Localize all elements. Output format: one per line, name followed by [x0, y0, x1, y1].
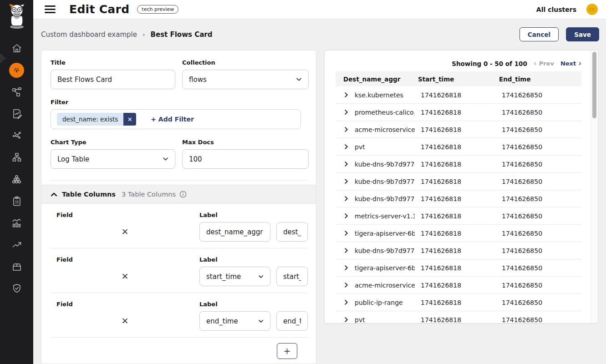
row-start: 1741626818 — [418, 161, 499, 168]
save-button[interactable]: Save — [566, 27, 599, 41]
table-row[interactable]: metrics-server-v1.3… 1741626818 17416268… — [336, 207, 581, 225]
filter-chip-text: dest_name: exists — [57, 113, 123, 126]
next-button[interactable]: Next› — [560, 60, 581, 67]
label-input[interactable] — [276, 311, 308, 331]
table-row[interactable]: public-ip-range 1741626818 1741626850 — [336, 294, 581, 311]
table-row[interactable]: tigera-apiserver-6b… 1741626818 17416268… — [336, 259, 581, 277]
table-columns-count: 3 Table Columns — [122, 191, 176, 198]
avatar[interactable]: cc — [586, 4, 598, 15]
add-filter-button[interactable]: + Add Filter — [151, 116, 194, 123]
bar-chart-icon — [11, 217, 22, 229]
expand-row-icon[interactable] — [344, 300, 349, 305]
remove-column-icon[interactable]: ✕ — [122, 317, 129, 325]
label-input[interactable] — [276, 222, 308, 242]
field-value: end_time — [206, 317, 238, 325]
field-value: dest_name_aggr — [206, 228, 263, 236]
sidebar-item-trends[interactable] — [0, 234, 33, 256]
cluster-selector[interactable]: All clusters — [536, 6, 576, 13]
expand-row-icon[interactable] — [344, 92, 349, 97]
sidebar-item-service-graph[interactable] — [0, 125, 33, 147]
collection-select[interactable]: flows — [182, 70, 309, 89]
table-row[interactable]: tigera-apiserver-6b… 1741626818 17416268… — [336, 225, 581, 242]
cancel-button[interactable]: Cancel — [519, 27, 559, 41]
cluster-icon — [11, 174, 22, 185]
expand-row-icon[interactable] — [344, 265, 349, 270]
chevron-left-icon: ‹ — [534, 60, 537, 67]
expand-row-icon[interactable] — [344, 283, 349, 288]
expand-row-icon[interactable] — [344, 162, 349, 167]
sidebar-notch — [0, 53, 6, 64]
table-row[interactable]: kube-dns-9b7d977f… 1741626818 1741626850 — [336, 173, 581, 190]
row-dest: kse.kubernetes — [355, 91, 403, 99]
expand-row-icon[interactable] — [344, 196, 349, 201]
breadcrumb-current: Best Flows Card — [151, 30, 213, 39]
field-select[interactable]: dest_name_aggr — [199, 222, 270, 242]
max-docs-input[interactable] — [182, 149, 309, 169]
table-body: kse.kubernetes 1741626818 1741626850 pro… — [336, 86, 581, 324]
row-dest: pvt — [355, 316, 365, 324]
row-dest: kube-dns-9b7d977f… — [355, 178, 415, 185]
info-icon[interactable] — [179, 191, 187, 198]
sidebar-item-reports[interactable] — [0, 103, 33, 125]
label-label: Label — [199, 212, 270, 218]
add-column-button[interactable]: + — [277, 343, 297, 359]
label-input[interactable] — [276, 267, 308, 286]
expand-row-icon[interactable] — [344, 179, 349, 184]
row-start: 1741626818 — [418, 143, 499, 151]
row-start: 1741626818 — [418, 178, 499, 185]
breadcrumb-parent[interactable]: Custom dashboard example — [41, 30, 137, 39]
table-row[interactable]: kube-dns-9b7d977f… 1741626818 1741626850 — [336, 156, 581, 173]
max-docs-label: Max Docs — [182, 139, 309, 146]
expand-row-icon[interactable] — [344, 231, 349, 236]
table-row[interactable]: prometheus-calico… 1741626818 1741626850 — [336, 104, 581, 121]
sidebar-item-service-topology[interactable] — [0, 81, 33, 103]
sitemap-icon — [11, 152, 22, 163]
expand-row-icon[interactable] — [344, 110, 349, 115]
sidebar-item-security[interactable] — [0, 278, 33, 299]
sidebar-item-sitemap[interactable] — [0, 147, 33, 168]
column-header-dest: Dest_name_aggr — [336, 76, 418, 83]
remove-column-icon[interactable]: ✕ — [122, 228, 129, 236]
table-columns-header[interactable]: Table Columns 3 Table Columns — [41, 185, 316, 204]
title-input[interactable] — [51, 70, 175, 89]
card-editor-panel: Title Collection flows Filter dest_name:… — [41, 50, 316, 364]
expand-row-icon[interactable] — [344, 127, 349, 132]
row-start: 1741626818 — [418, 264, 499, 272]
scrollbar-thumb[interactable] — [592, 52, 596, 118]
label-label: Label — [199, 301, 270, 308]
table-row[interactable]: kse.kubernetes 1741626818 1741626850 — [336, 86, 581, 104]
table-row[interactable]: acme-microservice… 1741626818 1741626850 — [336, 277, 581, 294]
filter-chip-remove-icon[interactable]: ✕ — [123, 113, 136, 126]
prev-button[interactable]: ‹Prev — [534, 60, 554, 67]
column-header-end: End_time — [499, 76, 581, 83]
table-row[interactable]: pvt 1741626818 1741626850 — [336, 138, 581, 156]
menu-toggle-icon[interactable] — [45, 5, 56, 13]
table-row[interactable]: kube-dns-9b7d977f… 1741626818 1741626850 — [336, 242, 581, 259]
collapse-caret-icon[interactable] — [51, 191, 57, 198]
expand-row-icon[interactable] — [344, 317, 349, 322]
table-row[interactable]: kube-dns-9b7d977f… 1741626818 1741626850 — [336, 190, 581, 207]
field-select[interactable]: end_time — [199, 311, 270, 331]
chevron-down-icon — [263, 229, 264, 235]
page-title: Edit Card — [69, 3, 129, 16]
sidebar-item-clusters[interactable] — [0, 168, 33, 190]
vertical-scrollbar[interactable] — [591, 51, 597, 323]
row-end: 1741626850 — [499, 299, 581, 306]
sidebar-nav — [0, 37, 33, 299]
remove-column-icon[interactable]: ✕ — [122, 272, 129, 281]
field-select[interactable]: start_time — [199, 267, 270, 286]
filter-input-area[interactable]: dest_name: exists ✕ + Add Filter — [51, 109, 301, 129]
row-end: 1741626850 — [499, 316, 581, 324]
row-start: 1741626818 — [418, 299, 499, 306]
expand-row-icon[interactable] — [344, 144, 349, 149]
calico-logo[interactable] — [0, 0, 33, 33]
sidebar-item-inventory[interactable] — [0, 256, 33, 278]
row-dest: tigera-apiserver-6b… — [355, 264, 415, 272]
expand-row-icon[interactable] — [344, 248, 349, 253]
sidebar-item-analytics[interactable] — [0, 212, 33, 234]
table-row[interactable]: pvt 1741626818 1741626850 — [336, 311, 581, 324]
chart-type-select[interactable]: Log Table — [51, 149, 175, 169]
sidebar-item-compliance[interactable] — [0, 190, 33, 212]
expand-row-icon[interactable] — [344, 213, 349, 218]
table-row[interactable]: acme-microservice… 1741626818 1741626850 — [336, 121, 581, 138]
